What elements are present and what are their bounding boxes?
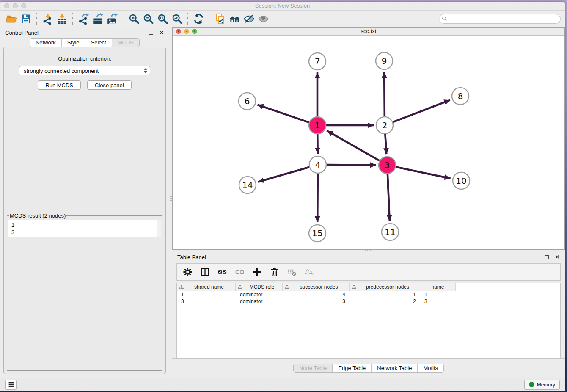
zoom-out-button[interactable] [141, 12, 155, 25]
save-session-button[interactable] [19, 12, 33, 25]
graph-node-15[interactable]: 15 [309, 225, 326, 242]
column-header-name[interactable]: name [420, 283, 456, 291]
export-image-button[interactable] [105, 12, 119, 25]
show-columns-button[interactable] [199, 267, 210, 278]
graph-edge-1-6[interactable] [258, 105, 309, 122]
table-cell: 2 [350, 298, 420, 305]
graph-node-8[interactable]: 8 [452, 88, 469, 105]
unselect-all-columns-button[interactable] [234, 267, 245, 278]
close-window-icon[interactable] [4, 3, 9, 8]
import-table-button[interactable] [55, 12, 69, 25]
memory-status-icon [529, 382, 534, 387]
table-cell: 3 [177, 298, 236, 305]
tab-edge-table[interactable]: Edge Table [333, 364, 372, 372]
zoom-window-icon[interactable] [21, 3, 26, 8]
horizontal-splitter[interactable] [172, 250, 565, 251]
select-all-columns-button[interactable] [217, 267, 228, 278]
graph-node-2[interactable]: 2 [376, 117, 393, 134]
frame-traffic-lights[interactable]: × − + [176, 29, 197, 34]
import-network-button[interactable] [40, 12, 55, 25]
plus-icon [252, 267, 262, 277]
checked-boxes-icon [217, 267, 227, 277]
close-panel-icon[interactable]: ✕ [555, 255, 560, 259]
table-tabs-bar: Node Table Edge Table Network Table Moti… [172, 358, 565, 378]
hide-selected-button[interactable] [242, 12, 256, 25]
first-neighbors-button[interactable] [227, 12, 242, 25]
table-row[interactable]: 3dominator323 [177, 298, 560, 305]
frame-close-icon[interactable]: × [176, 29, 181, 34]
export-image-icon [107, 13, 118, 25]
tab-network-table[interactable]: Network Table [372, 364, 418, 372]
graph-node-11[interactable]: 11 [382, 224, 399, 240]
window-traffic-lights[interactable] [4, 3, 26, 8]
show-all-button[interactable] [256, 12, 270, 25]
mcds-result-title: MCDS result (2 nodes) [9, 213, 66, 219]
export-table-button[interactable] [91, 12, 105, 25]
optimization-criterion-select[interactable]: strongly connected component [19, 66, 150, 75]
zoom-in-button[interactable] [127, 12, 141, 25]
graph-node-3[interactable]: 3 [379, 157, 396, 174]
unchecked-boxes-icon [235, 267, 245, 277]
main-toolbar [0, 11, 565, 27]
graph-node-1[interactable]: 1 [309, 117, 326, 134]
search-container [439, 14, 561, 24]
graph-edge-4-15[interactable] [317, 174, 318, 222]
memory-button[interactable]: Memory [524, 380, 560, 390]
graph-edge-4-14[interactable] [258, 167, 309, 182]
frame-minimize-icon[interactable]: − [184, 29, 189, 34]
minimize-window-icon[interactable] [13, 3, 18, 8]
graph-edge-3-1[interactable] [327, 131, 380, 161]
task-history-button[interactable] [5, 380, 17, 390]
export-network-button[interactable] [76, 12, 91, 25]
delete-table-button[interactable] [286, 267, 297, 278]
delete-columns-button[interactable] [269, 267, 280, 278]
function-builder-button[interactable]: f(x) [303, 267, 314, 278]
zoom-selected-button[interactable] [170, 12, 184, 25]
float-panel-icon[interactable] [149, 31, 153, 35]
add-column-button[interactable] [251, 267, 262, 278]
table-body: 1dominator4113dominator323 [177, 291, 560, 305]
zoom-fit-button[interactable] [155, 12, 170, 25]
tab-style[interactable]: Style [62, 39, 85, 47]
graph-edge-4-3[interactable] [327, 165, 376, 165]
column-type-icon [352, 285, 356, 289]
search-input[interactable] [439, 14, 561, 24]
graph-node-7[interactable]: 7 [309, 53, 326, 70]
graph-edge-3-10[interactable] [396, 167, 451, 178]
tab-select[interactable]: Select [85, 39, 112, 47]
apply-layout-button[interactable] [191, 12, 206, 25]
result-scrollbar[interactable] [157, 220, 161, 237]
tab-network[interactable]: Network [30, 39, 62, 47]
houses-icon [229, 13, 240, 25]
table-cell: dominator [236, 298, 283, 305]
run-mcds-button[interactable]: Run MCDS [38, 80, 81, 90]
graph-node-4[interactable]: 4 [309, 156, 326, 173]
graph-edge-2-9[interactable] [384, 72, 385, 116]
vertical-splitter[interactable] [169, 27, 172, 378]
new-network-from-selection-button[interactable] [213, 12, 227, 25]
tab-mcds[interactable]: MCDS [112, 39, 139, 47]
graph-edge-3-11[interactable] [388, 174, 390, 221]
network-canvas[interactable]: 7968124314101511 [173, 36, 564, 249]
graph-edge-2-3[interactable] [385, 134, 386, 154]
column-header-successor-nodes[interactable]: successor nodes [283, 283, 350, 291]
table-mode-button[interactable] [182, 267, 193, 278]
column-header-predecessor-nodes[interactable]: predecessor nodes [350, 283, 420, 291]
tab-motifs[interactable]: Motifs [418, 364, 443, 372]
tab-node-table[interactable]: Node Table [294, 364, 333, 372]
svg-text:15: 15 [312, 228, 322, 238]
graph-node-9[interactable]: 9 [376, 52, 393, 69]
open-session-button[interactable] [4, 12, 19, 25]
close-panel-button[interactable]: Close panel [87, 80, 132, 90]
frame-maximize-icon[interactable]: + [192, 29, 197, 34]
float-panel-icon[interactable] [545, 255, 549, 259]
svg-text:f(x): f(x) [304, 268, 314, 275]
close-panel-icon[interactable]: ✕ [159, 30, 164, 35]
graph-node-6[interactable]: 6 [239, 93, 256, 110]
table-row[interactable]: 1dominator411 [177, 291, 560, 298]
column-header-mcds-role[interactable]: MCDS role [236, 283, 283, 291]
graph-edge-2-8[interactable] [393, 100, 450, 122]
graph-node-14[interactable]: 14 [239, 177, 256, 193]
graph-node-10[interactable]: 10 [453, 172, 470, 189]
column-header-shared-name[interactable]: shared name [177, 283, 236, 291]
